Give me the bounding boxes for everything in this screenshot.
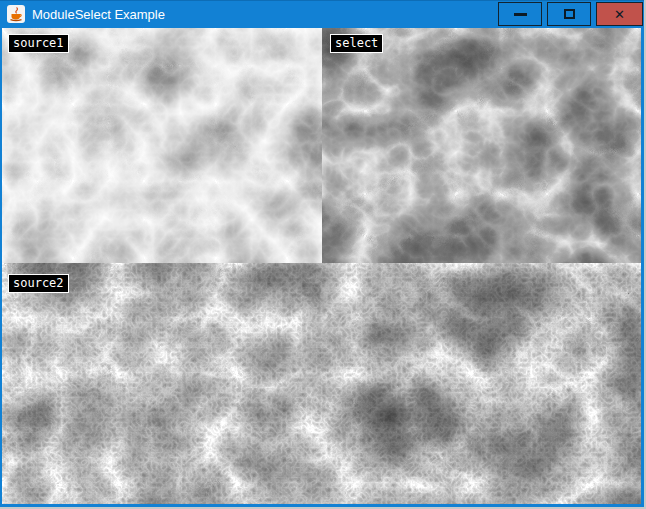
select-label: select bbox=[330, 34, 383, 53]
source1-noise-texture bbox=[2, 28, 322, 263]
close-button[interactable]: ✕ bbox=[596, 2, 643, 26]
minimize-button[interactable] bbox=[498, 2, 542, 26]
source2-noise-texture bbox=[2, 263, 641, 504]
maximize-square-icon bbox=[564, 9, 575, 19]
noise-render-canvas: source1 select source2 bbox=[2, 28, 641, 504]
window-controls: ✕ bbox=[493, 2, 643, 26]
screen: ModuleSelect Example ✕ bbox=[0, 0, 646, 509]
source1-label: source1 bbox=[8, 34, 69, 53]
maximize-button[interactable] bbox=[547, 2, 591, 26]
java-coffee-cup-icon[interactable] bbox=[7, 5, 25, 23]
source2-label: source2 bbox=[8, 274, 69, 293]
close-x-icon: ✕ bbox=[614, 8, 625, 21]
minimize-dash-icon bbox=[514, 13, 527, 16]
window-title: ModuleSelect Example bbox=[32, 7, 165, 22]
app-window: ModuleSelect Example ✕ bbox=[0, 0, 644, 507]
titlebar[interactable]: ModuleSelect Example ✕ bbox=[0, 0, 644, 28]
